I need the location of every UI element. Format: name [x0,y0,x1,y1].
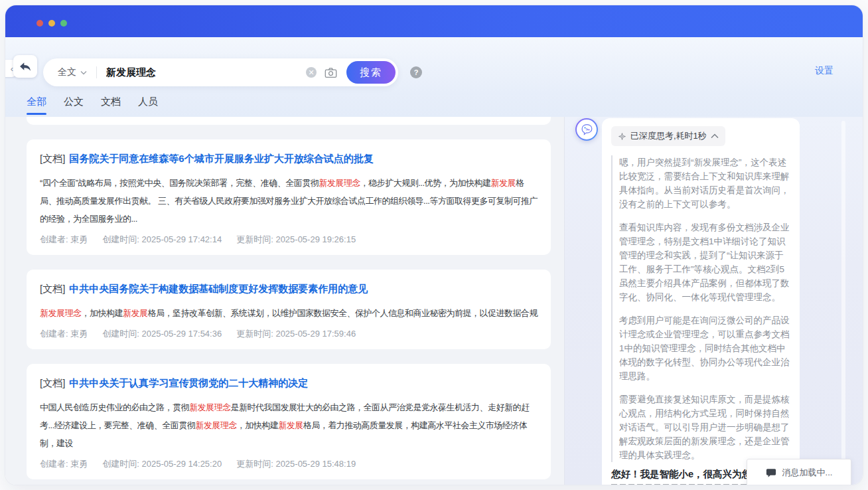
divider [96,66,97,78]
tab-文档[interactable]: 文档 [101,96,121,115]
assistant-panel: 已深度思考,耗时1秒 嗯，用户突然提到“新发展理念”，这个表述比较宽泛，需要结合… [565,117,863,485]
camera-icon[interactable] [325,67,337,78]
deep-think-toggle[interactable]: 已深度思考,耗时1秒 [611,126,725,146]
meta-item: 更新时间: 2025-05-29 15:48:19 [236,458,356,470]
settings-link[interactable]: 设置 [815,65,833,77]
meta-item: 创建者: 束勇 [40,234,88,246]
keyword-highlight: 新发展 [123,308,148,318]
search-input[interactable]: 新发展理念 [106,66,306,79]
scope-label: 全文 [58,66,76,78]
result-card: [文档]国务院关于同意在维森等6个城市开展服务业扩大开放综合试点的批复“四个全面… [27,139,551,255]
traffic-lights [36,20,67,27]
result-type-tag: [文档] [40,283,65,294]
thinking-paragraph: 查看知识库内容，发现有多份文档涉及企业管理理念，特别是文档1中详细讨论了知识管理… [619,220,790,304]
keyword-highlight: 新发展理念 [319,178,360,188]
thinking-paragraph: 考虑到用户可能是在询问泛微公司的产品设计理念或企业管理理念，可以重点参考文档1中… [619,313,790,383]
snippet-text: “四个全面”战略布局，按照党中央、国务院决策部署，完整、准确、全面贯彻 [40,178,319,188]
window-titlebar [5,5,863,37]
scope-dropdown[interactable]: 全文 [58,66,87,78]
clear-search-icon[interactable]: ✕ [306,67,317,78]
result-meta: 创建者: 束勇创建时间: 2025-05-29 17:42:14更新时间: 20… [40,234,538,246]
tab-全部[interactable]: 全部 [27,96,46,115]
snippet-text: 格局，坚持改革创新、系统谋划，以维护国家数据安全、保护个人信息和商业秘密为前提，… [148,308,538,318]
meta-item: 创建者: 束勇 [40,328,88,340]
tab-公文[interactable]: 公文 [64,96,84,115]
scrollbar[interactable] [841,121,845,481]
minimize-window-icon[interactable] [48,20,55,27]
chat-bubble-icon [766,468,776,478]
results-list: [文档]国务院关于同意在维森等6个城市开展服务业扩大开放综合试点的批复“四个全面… [27,139,551,485]
content-area: [文档]国务院关于同意在维森等6个城市开展服务业扩大开放综合试点的批复“四个全面… [5,117,863,485]
thinking-paragraph: 嗯，用户突然提到“新发展理念”，这个表述比较宽泛，需要结合上下文和知识库来理解具… [619,155,790,211]
camera-glyph-icon [325,67,337,78]
results-panel: [文档]国务院关于同意在维森等6个城市开展服务业扩大开放综合试点的批复“四个全面… [5,117,565,485]
meta-item: 创建时间: 2025-05-29 14:25:20 [102,458,222,470]
loading-label: 消息加载中... [782,467,833,479]
thinking-text: 嗯，用户突然提到“新发展理念”，这个表述比较宽泛，需要结合上下文和知识库来理解具… [611,155,790,462]
snippet-text: ，加快构建 [82,308,123,318]
keyword-highlight: 新发展 [491,178,516,188]
result-type-tag: [文档] [40,377,65,388]
assistant-avatar [575,118,598,141]
result-card: [文档]中共中央国务院关于构建数据基础制度更好发挥数据要素作用的意见新发展理念，… [27,270,551,349]
result-tabs: 全部公文文档人员 [27,96,158,115]
meta-item: 更新时间: 2025-05-29 19:26:15 [236,234,356,246]
close-window-icon[interactable] [36,20,43,27]
tab-人员[interactable]: 人员 [138,96,158,115]
search-bar: 全文 新发展理念 ✕ 搜索 [43,58,398,86]
result-type-tag: [文档] [40,153,65,164]
snippet-text: ，稳步扩大规则...优势，为加快构建 [360,178,491,188]
sparkle-icon [618,132,626,141]
meta-item: 更新时间: 2025-05-29 17:59:46 [236,328,356,340]
result-snippet: “四个全面”战略布局，按照党中央、国务院决策部署，完整、准确、全面贯彻新发展理念… [40,174,538,228]
maximize-window-icon[interactable] [60,20,67,27]
snippet-text: ，加快构建 [237,420,279,430]
keyword-highlight: 新发展理念 [189,402,231,412]
chevron-up-icon [711,133,719,139]
ai-brain-chat-icon [581,123,593,135]
result-title-link[interactable]: 中共中央关于认真学习宣传贯彻党的二十大精神的决定 [69,377,308,388]
assistant-message-bubble: 已深度思考,耗时1秒 嗯，用户突然提到“新发展理念”，这个表述比较宽泛，需要结合… [602,118,800,485]
snippet-text: 中国人民创造历史伟业的必由之路，贯彻 [40,402,189,412]
undo-arrow-icon [19,60,32,73]
result-title-row: [文档]中共中央国务院关于构建数据基础制度更好发挥数据要素作用的意见 [40,282,538,296]
meta-item: 创建时间: 2025-05-29 17:42:14 [102,234,222,246]
result-snippet: 新发展理念，加快构建新发展格局，坚持改革创新、系统谋划，以维护国家数据安全、保护… [40,304,538,322]
result-snippet: 中国人民创造历史伟业的必由之路，贯彻新发展理念是新时代我国发展壮大的必由之路，全… [40,398,538,452]
meta-item: 创建时间: 2025-05-29 17:54:36 [102,328,222,340]
meta-item: 创建者: 束勇 [40,458,88,470]
result-meta: 创建者: 束勇创建时间: 2025-05-29 17:54:36更新时间: 20… [40,328,538,340]
scrolled-card-remnant [27,117,551,125]
search-header: ‹ 全文 新发展理念 ✕ 搜索 [5,37,863,117]
result-title-link[interactable]: 中共中央国务院关于构建数据基础制度更好发挥数据要素作用的意见 [69,283,368,294]
result-title-row: [文档]国务院关于同意在维森等6个城市开展服务业扩大开放综合试点的批复 [40,151,538,166]
result-title-link[interactable]: 国务院关于同意在维森等6个城市开展服务业扩大开放综合试点的批复 [69,153,373,164]
result-title-row: [文档]中共中央关于认真学习宣传贯彻党的二十大精神的决定 [40,376,538,390]
thinking-paragraph: 需要避免直接复述知识库原文，而是提炼核心观点，用结构化方式呈现，同时保持自然对话… [619,392,790,462]
keyword-highlight: 新发展理念 [195,420,237,430]
back-button[interactable] [13,55,37,78]
result-meta: 创建者: 束勇创建时间: 2025-05-29 14:25:20更新时间: 20… [40,458,538,470]
deep-think-label: 已深度思考,耗时1秒 [630,130,707,142]
keyword-highlight: 新发展理念 [40,308,82,318]
app-window: ‹ 全文 新发展理念 ✕ 搜索 [5,5,863,485]
message-loading-toast: 消息加载中... [747,459,851,485]
help-icon[interactable]: ? [410,66,422,78]
result-card: [文档]中共中央关于认真学习宣传贯彻党的二十大精神的决定中国人民创造历史伟业的必… [27,364,551,479]
chevron-down-icon [80,70,87,75]
keyword-highlight: 新发展 [278,420,303,430]
search-button[interactable]: 搜索 [346,61,396,84]
